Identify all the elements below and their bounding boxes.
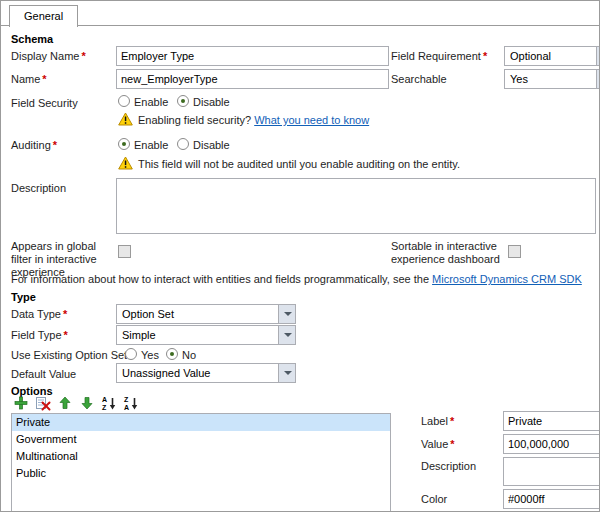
chevron-down-icon[interactable] (278, 364, 295, 382)
options-toolbar: A Z Z A (12, 394, 139, 411)
auditing-enable-radio[interactable] (118, 138, 130, 150)
global-filter-checkbox[interactable] (118, 245, 131, 258)
option-description-label: Description (421, 460, 476, 472)
option-item-government[interactable]: Government (12, 431, 390, 448)
field-type-select[interactable]: Simple (116, 325, 296, 345)
tab-general-label: General (24, 10, 63, 22)
required-marker: * (53, 139, 57, 151)
display-name-input[interactable] (116, 46, 389, 66)
auditing-disable-label: Disable (193, 139, 230, 151)
field-type-value: Simple (122, 329, 156, 341)
arrow-down-icon (79, 395, 95, 411)
field-security-label: Field Security (11, 97, 78, 109)
move-option-down-button[interactable] (78, 394, 95, 411)
required-marker: * (450, 438, 454, 450)
name-label: Name* (11, 73, 47, 85)
searchable-label: Searchable (391, 73, 447, 85)
use-existing-yes-label: Yes (141, 349, 159, 361)
sort-descending-icon: Z A (123, 395, 139, 411)
searchable-select[interactable]: Yes (504, 69, 600, 89)
field-security-warning-link[interactable]: What you need to know (254, 114, 369, 126)
field-security-warning: Enabling field security? What you need t… (138, 114, 369, 126)
chevron-down-icon[interactable] (596, 70, 600, 88)
field-requirement-value: Optional (510, 50, 551, 62)
svg-text:Z: Z (124, 396, 129, 403)
auditing-enable-label: Enable (134, 139, 168, 151)
description-textarea[interactable] (116, 178, 596, 234)
schema-heading: Schema (11, 33, 53, 45)
field-security-enable-radio[interactable] (118, 95, 130, 107)
delete-option-icon (35, 395, 51, 411)
default-value-label: Default Value (11, 368, 76, 380)
sort-descending-button[interactable]: Z A (122, 394, 139, 411)
field-requirement-select[interactable]: Optional (504, 46, 600, 66)
auditing-label: Auditing* (11, 139, 57, 151)
display-name-label: Display Name* (11, 50, 86, 62)
delete-option-button[interactable] (34, 394, 51, 411)
field-security-disable-label: Disable (193, 96, 230, 108)
tab-strip-divider (1, 25, 599, 26)
chevron-down-icon[interactable] (278, 305, 295, 323)
field-properties-panel: General Schema Display Name* Field Requi… (0, 0, 600, 512)
sdk-link[interactable]: Microsoft Dynamics CRM SDK (432, 273, 582, 285)
options-listbox[interactable]: Private Government Multinational Public (11, 413, 391, 512)
sortable-label: Sortable in interactive experience dashb… (391, 240, 503, 266)
default-value-value: Unassigned Value (122, 367, 210, 379)
svg-text:A: A (124, 404, 129, 411)
svg-text:A: A (102, 396, 107, 403)
auditing-disable-radio[interactable] (177, 138, 189, 150)
warning-icon (118, 156, 133, 170)
default-value-select[interactable]: Unassigned Value (116, 363, 296, 383)
data-type-value: Option Set (122, 308, 174, 320)
required-marker: * (450, 415, 454, 427)
required-marker: * (64, 329, 68, 341)
option-description-textarea[interactable] (503, 457, 600, 486)
option-item-private[interactable]: Private (12, 414, 390, 431)
use-existing-no-label: No (182, 349, 196, 361)
option-value-label: Value* (421, 438, 455, 450)
tab-general[interactable]: General (9, 5, 78, 27)
chevron-down-icon[interactable] (278, 326, 295, 344)
chevron-down-icon[interactable] (596, 47, 600, 65)
description-label: Description (11, 182, 66, 194)
required-marker: * (63, 308, 67, 320)
option-label-input[interactable] (503, 411, 600, 431)
field-requirement-label: Field Requirement* (391, 50, 487, 62)
warning-icon (118, 112, 133, 126)
option-color-input[interactable] (503, 489, 600, 509)
name-input[interactable] (116, 69, 389, 89)
required-marker: * (42, 73, 46, 85)
option-item-public[interactable]: Public (12, 465, 390, 482)
data-type-select[interactable]: Option Set (116, 304, 296, 324)
required-marker: * (483, 50, 487, 62)
option-label-label: Label* (421, 415, 454, 427)
option-item-multinational[interactable]: Multinational (12, 448, 390, 465)
sdk-note: For information about how to interact wi… (11, 273, 596, 285)
use-existing-yes-radio[interactable] (125, 348, 137, 360)
searchable-value: Yes (510, 73, 528, 85)
add-icon (13, 395, 29, 411)
add-option-button[interactable] (12, 394, 29, 411)
required-marker: * (81, 50, 85, 62)
move-option-up-button[interactable] (56, 394, 73, 411)
field-type-label: Field Type* (11, 329, 68, 341)
use-existing-label: Use Existing Option Set (11, 349, 127, 361)
field-security-disable-radio[interactable] (177, 95, 189, 107)
sortable-checkbox[interactable] (508, 245, 521, 258)
type-heading: Type (11, 291, 36, 303)
field-security-enable-label: Enable (134, 96, 168, 108)
auditing-warning: This field will not be audited until you… (138, 158, 460, 170)
sort-ascending-button[interactable]: A Z (100, 394, 117, 411)
use-existing-no-radio[interactable] (166, 348, 178, 360)
option-color-label: Color (421, 493, 447, 505)
sort-ascending-icon: A Z (101, 395, 117, 411)
svg-text:Z: Z (102, 404, 107, 411)
arrow-up-icon (57, 395, 73, 411)
option-value-input[interactable] (503, 434, 600, 454)
data-type-label: Data Type* (11, 308, 67, 320)
